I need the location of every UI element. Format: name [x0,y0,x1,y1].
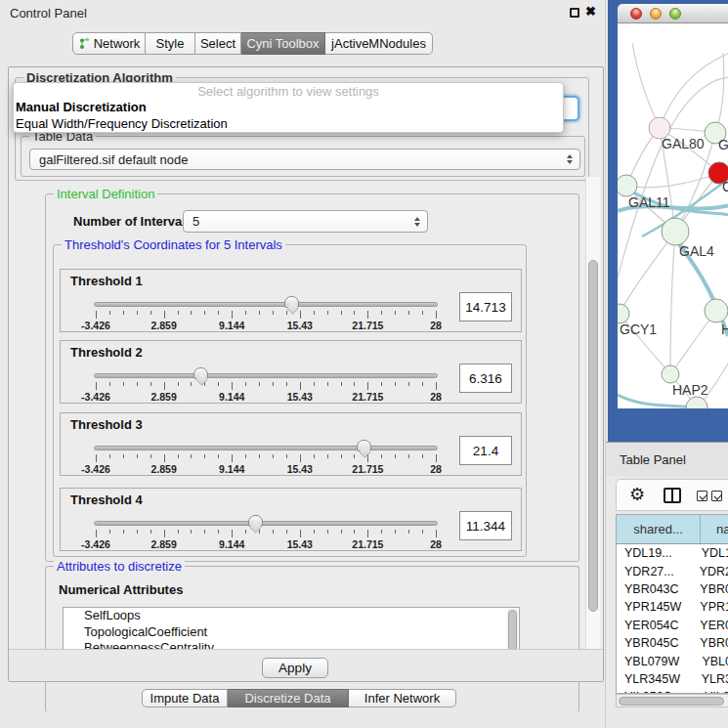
attribute-item-selfloops[interactable]: SelfLoops [64,608,519,624]
slider-track[interactable] [94,302,438,307]
table-row[interactable]: YER054CYER0 [617,617,728,634]
settings-scrollbar-thumb[interactable] [588,260,598,612]
cyni-toolbox-panel: Discretization Algorithm Table Data galF… [8,66,604,682]
node-label-gal4: GAL4 [679,243,714,259]
slider-thumb[interactable] [284,296,299,308]
threshold-value-field[interactable]: 11.344 [459,511,512,540]
tab-jactivemnodules[interactable]: jActiveMNodules [325,32,433,55]
network-canvas[interactable]: GAL80GAGAL11CGAL4GCY1HHAP2 [618,23,728,408]
algorithm-option-equal-width-frequency-discretization[interactable]: Equal Width/Frequency Discretization [14,115,563,132]
network-window-titlebar[interactable] [618,4,728,23]
tick-mark [178,382,179,386]
table-row[interactable]: YDL19...YDL1 [617,544,728,562]
tab-style[interactable]: Style [146,32,195,55]
slider-track[interactable] [94,521,438,526]
tab-network[interactable]: Network [72,32,146,55]
slider-thumb[interactable] [193,367,208,379]
table-hscrollbar-thumb[interactable] [619,697,724,706]
tick-mark [232,311,233,319]
cell-name[interactable]: YDR2 [696,565,728,578]
threshold-panel-2: Threshold 2-3.4262.8599.14415.4321.71528… [60,340,522,404]
node-table[interactable]: shared... na YDL19...YDL1YDR27...YDR2YBR… [616,514,728,694]
algorithm-hint: Select algorithm to view settings [14,83,563,99]
algorithm-option-manual-discretization[interactable]: Manual Discretization [14,99,563,115]
table-data-combobox[interactable]: galFiltered.sif default node [29,149,580,170]
tick-mark [137,530,138,534]
cell-name[interactable]: YER0 [696,619,728,632]
cell-shared-name[interactable]: YER054C [617,619,696,632]
zoom-traffic-light-icon[interactable] [669,8,681,20]
cell-name[interactable]: YLR3 [698,672,728,686]
tick-mark [150,454,151,458]
axis-label: 15.43 [287,391,313,403]
table-row[interactable]: YPR145WYPR1 [617,598,728,616]
gear-icon[interactable]: ⚙ [629,484,645,505]
checkbox-icon[interactable] [697,491,707,501]
tick-mark [245,530,246,534]
tick-mark [327,382,328,386]
column-header-name[interactable]: na [701,515,728,543]
tick-mark [273,311,274,315]
minimize-traffic-light-icon[interactable] [650,8,662,20]
threshold-value-field[interactable]: 21.4 [459,436,512,465]
tab-discretize-data[interactable]: Discretize Data [228,689,349,707]
table-panel-title: Table Panel [606,452,686,467]
checkbox-icon[interactable] [711,491,722,501]
settings-scrollbar[interactable] [585,177,600,679]
thresholds-group: Threshold's Coordinates for 5 Intervals … [53,244,527,557]
cell-name[interactable]: YDL1 [698,546,728,560]
cell-shared-name[interactable]: YBR043C [617,582,696,596]
cell-name[interactable]: YBL0 [698,655,728,668]
tab-infer-network[interactable]: Infer Network [349,689,456,707]
close-icon[interactable]: ✖ [585,4,596,19]
slider-thumb[interactable] [357,440,371,451]
close-traffic-light-icon[interactable] [630,8,642,20]
table-row[interactable]: YBR043CYBR0 [617,580,728,598]
attribute-item-topologicalcoefficient[interactable]: TopologicalCoefficient [64,624,519,641]
tick-mark [204,530,205,534]
slider-track[interactable] [94,446,438,450]
table-hscrollbar[interactable] [616,694,728,707]
threshold-label: Threshold 2 [70,345,143,360]
threshold-value-field[interactable]: 14.713 [459,292,512,321]
cell-shared-name[interactable]: YPR145W [617,600,696,614]
table-row[interactable]: YDR27...YDR2 [617,562,728,579]
number-of-intervals-combobox[interactable]: 5 [183,210,428,233]
tick-mark [137,454,138,458]
tab-cyni-toolbox[interactable]: Cyni Toolbox [241,32,325,55]
network-icon [78,37,90,50]
network-view-window[interactable]: GAL80GAGAL11CGAL4GCY1HHAP2 [618,4,728,408]
cell-shared-name[interactable]: YBR045C [617,636,696,650]
tick-mark [178,530,179,534]
tab-select[interactable]: Select [195,32,241,55]
attributes-scrollbar-thumb[interactable] [508,610,517,653]
column-header-shared-name[interactable]: shared... [617,515,701,543]
tick-mark [300,382,301,390]
cell-name[interactable]: YPR1 [696,600,728,614]
slider-track[interactable] [94,373,438,378]
tick-mark [150,382,151,386]
network-graph: GAL80GAGAL11CGAL4GCY1HHAP2 [618,23,728,408]
float-window-icon[interactable] [570,8,579,18]
table-data-value: galFiltered.sif default node [39,152,188,167]
tab-label: Network [94,36,141,51]
slider-ticks [96,382,436,390]
cell-shared-name[interactable]: YDL19... [617,546,698,560]
cell-name[interactable]: YBR0 [696,582,728,596]
axis-label: -3.426 [81,320,110,331]
control-panel: Control Panel ✖ NetworkStyleSelectCyni T… [0,0,606,728]
tick-mark [191,530,192,534]
cell-shared-name[interactable]: YLR345W [617,672,698,686]
table-row[interactable]: YBL079WYBL0 [617,652,728,669]
slider-thumb[interactable] [248,515,263,527]
threshold-value-field[interactable]: 6.316 [459,364,512,393]
tab-label: Impute Data [150,691,220,706]
table-row[interactable]: YBR045CYBR0 [617,634,728,652]
tab-impute-data[interactable]: Impute Data [142,689,228,707]
table-row[interactable]: YLR345WYLR3 [617,670,728,688]
cell-shared-name[interactable]: YDR27... [617,565,696,578]
split-panel-icon[interactable] [664,488,681,503]
apply-button[interactable]: Apply [262,658,328,678]
cell-name[interactable]: YBR0 [696,636,728,650]
cell-shared-name[interactable]: YBL079W [617,655,698,668]
